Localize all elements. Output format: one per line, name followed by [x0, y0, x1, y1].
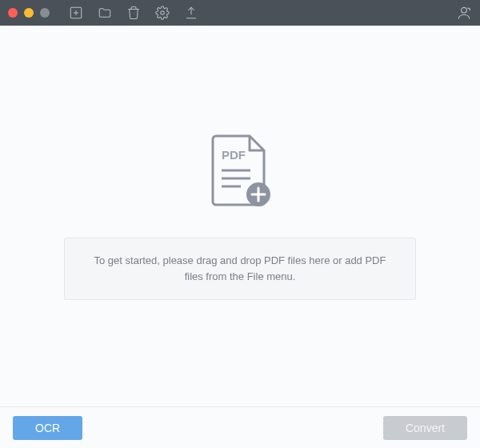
window-controls	[8, 8, 50, 18]
toolbar	[69, 6, 198, 20]
minimize-window-button[interactable]	[24, 8, 34, 18]
fullscreen-window-button[interactable]	[40, 8, 50, 18]
drop-zone-text: To get started, please drag and drop PDF…	[94, 254, 386, 282]
ocr-button[interactable]: OCR	[13, 416, 82, 440]
close-window-button[interactable]	[8, 8, 18, 18]
settings-icon[interactable]	[155, 6, 170, 20]
drop-zone[interactable]: To get started, please drag and drop PDF…	[64, 238, 416, 300]
svg-point-3	[161, 11, 165, 15]
svg-point-5	[462, 7, 467, 13]
support-icon[interactable]	[456, 5, 472, 21]
pdf-add-illustration: PDF	[204, 132, 276, 215]
titlebar	[0, 0, 480, 26]
convert-button[interactable]: Convert	[383, 416, 467, 440]
trash-icon[interactable]	[126, 6, 141, 20]
folder-icon[interactable]	[98, 6, 112, 20]
pdf-label-text: PDF	[222, 148, 246, 162]
footer-bar: OCR Convert	[0, 406, 480, 448]
export-icon[interactable]	[184, 6, 198, 20]
main-area: PDF To get started, please drag and drop…	[0, 26, 480, 406]
add-file-icon[interactable]	[69, 6, 83, 20]
